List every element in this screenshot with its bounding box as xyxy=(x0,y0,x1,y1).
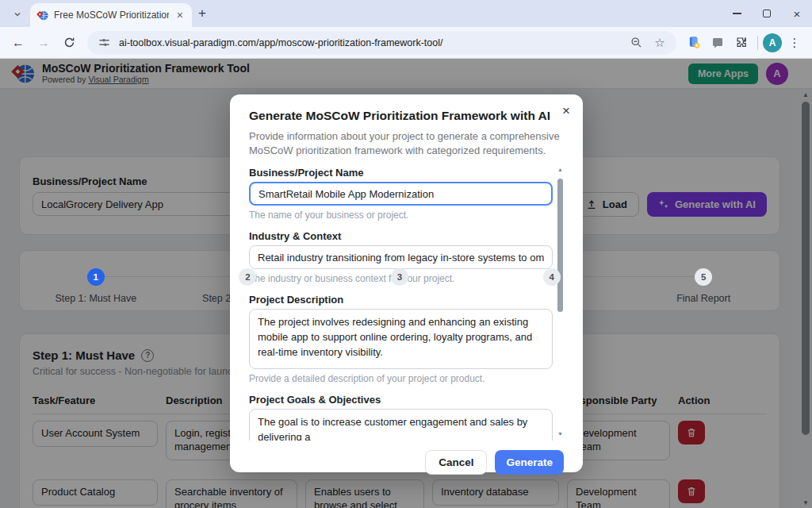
description-field-helper: Provide a detailed description of your p… xyxy=(249,373,553,384)
new-tab-button[interactable]: + xyxy=(198,6,206,21)
zoom-icon[interactable] xyxy=(627,34,645,52)
tab-title: Free MoSCoW Prioritization Fra xyxy=(54,10,169,21)
url-text[interactable]: ai-toolbox.visual-paradigm.com/app/mosco… xyxy=(119,37,621,48)
modal-description: Provide information about your project t… xyxy=(249,129,564,157)
back-button[interactable]: ← xyxy=(6,31,30,55)
toolbar-divider xyxy=(757,36,758,50)
maximize-icon xyxy=(763,10,771,17)
reload-icon xyxy=(63,37,75,48)
step-3-circle[interactable]: 3 xyxy=(391,268,408,286)
browser-profile-avatar[interactable]: A xyxy=(763,33,782,52)
modal-close-icon[interactable]: × xyxy=(562,104,570,117)
browser-tab-bar: Free MoSCoW Prioritization Fra × + × xyxy=(0,0,812,27)
minimize-icon xyxy=(733,13,741,14)
modal-form: Business/Project Name The name of your b… xyxy=(249,167,564,441)
description-field-textarea[interactable]: The project involves redesigning and enh… xyxy=(249,309,553,369)
url-bar[interactable]: ai-toolbox.visual-paradigm.com/app/mosco… xyxy=(87,31,676,55)
window-maximize-button[interactable] xyxy=(752,0,782,27)
generate-ai-modal: × Generate MoSCoW Prioritization Framewo… xyxy=(230,94,583,472)
window-close-button[interactable]: × xyxy=(782,0,812,27)
modal-scrollbar-thumb[interactable] xyxy=(557,179,563,312)
browser-toolbar: ← → ai-toolbox.visual-paradigm.com/app/m… xyxy=(0,27,812,59)
site-settings-icon[interactable] xyxy=(95,34,113,52)
modal-title: Generate MoSCoW Prioritization Framework… xyxy=(249,109,564,123)
forward-button[interactable]: → xyxy=(32,31,56,55)
industry-field-input[interactable] xyxy=(249,245,553,269)
modal-footer: Cancel Generate xyxy=(249,450,564,475)
name-field-helper: The name of your business or project. xyxy=(249,210,553,221)
extensions-puzzle-icon[interactable] xyxy=(730,32,753,54)
industry-field-label: Industry & Context xyxy=(249,230,553,242)
modal-scroll-down-icon[interactable]: ▼ xyxy=(557,431,563,439)
step-5-circle[interactable]: 5 xyxy=(695,268,712,286)
generate-button[interactable]: Generate xyxy=(495,450,564,475)
goals-field-textarea[interactable]: The goal is to increase customer engagem… xyxy=(249,409,553,441)
browser-tab[interactable]: Free MoSCoW Prioritization Fra × xyxy=(30,3,192,27)
chevron-down-icon xyxy=(13,10,22,19)
browser-window: Free MoSCoW Prioritization Fra × + × ← →… xyxy=(0,0,812,508)
bookmark-star-icon[interactable]: ☆ xyxy=(651,34,668,52)
close-icon: × xyxy=(794,7,801,21)
side-panel-icon[interactable] xyxy=(707,32,729,54)
modal-scrollbar[interactable]: ▲ ▼ xyxy=(557,167,564,441)
tab-close-icon[interactable]: × xyxy=(174,9,186,21)
tab-search-button[interactable] xyxy=(8,6,27,23)
goals-field-label: Project Goals & Objectives xyxy=(249,394,553,406)
save-to-google-icon[interactable] xyxy=(683,32,705,54)
step-1-circle[interactable]: 1 xyxy=(87,268,105,286)
window-minimize-button[interactable] xyxy=(722,0,752,27)
reload-button[interactable] xyxy=(57,31,81,55)
description-field-label: Project Description xyxy=(249,294,553,306)
modal-scroll-up-icon[interactable]: ▲ xyxy=(557,167,563,175)
name-field-input[interactable] xyxy=(249,182,553,206)
page-viewport: MoSCoW Prioritization Framework Tool Pow… xyxy=(0,59,812,508)
site-favicon xyxy=(36,10,48,21)
step-4-circle[interactable]: 4 xyxy=(543,268,561,286)
name-field-label: Business/Project Name xyxy=(249,167,553,179)
cancel-button[interactable]: Cancel xyxy=(425,450,487,475)
window-controls: × xyxy=(722,0,812,27)
browser-menu-icon[interactable]: ⋮ xyxy=(783,32,806,54)
